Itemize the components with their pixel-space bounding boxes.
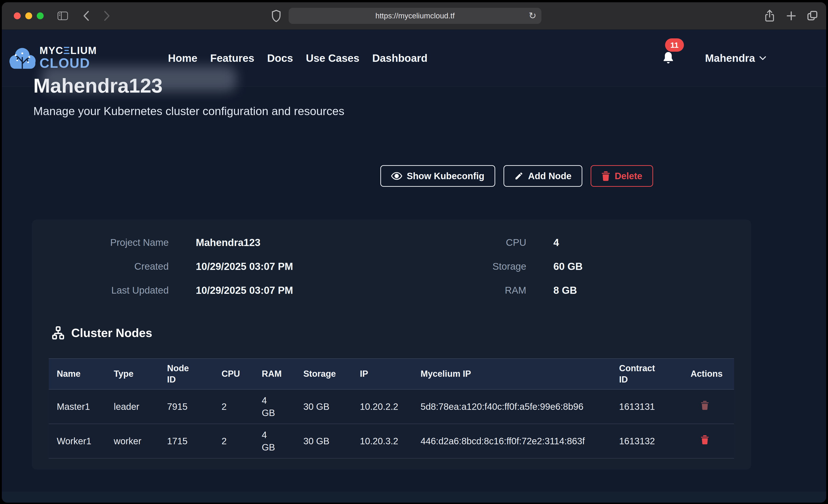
col-storage: Storage bbox=[303, 359, 360, 389]
detail-row: Last Updated 10/29/2025 03:07 PM bbox=[41, 279, 293, 302]
trash-icon bbox=[701, 435, 709, 445]
mycelium-cloud-logo-icon bbox=[9, 45, 37, 71]
cell-name: Master1 bbox=[49, 389, 114, 424]
detail-row: Storage 60 GB bbox=[457, 255, 583, 279]
col-type: Type bbox=[114, 359, 167, 389]
trash-icon bbox=[701, 401, 709, 410]
detail-value: 8 GB bbox=[553, 285, 577, 296]
detail-value: Mahendra123 bbox=[196, 237, 260, 248]
cluster-network-icon bbox=[51, 326, 65, 340]
footer-strip bbox=[2, 492, 826, 503]
cell-cpu: 2 bbox=[221, 389, 262, 424]
pencil-icon bbox=[514, 171, 524, 180]
zoom-window-button[interactable] bbox=[37, 12, 44, 19]
detail-label: Last Updated bbox=[41, 285, 169, 296]
detail-value: 60 GB bbox=[553, 261, 583, 272]
cluster-nodes-table: Name Type Node ID CPU RAM Storage IP Myc… bbox=[49, 359, 734, 459]
add-node-button[interactable]: Add Node bbox=[503, 165, 582, 187]
reload-icon[interactable]: ↻ bbox=[529, 10, 536, 21]
add-node-label: Add Node bbox=[528, 171, 572, 181]
nav-link-docs[interactable]: Docs bbox=[267, 52, 293, 64]
show-kubeconfig-label: Show Kubeconfig bbox=[407, 171, 485, 181]
cell-mycelium-ip: 5d8:78ea:a120:f40c:ff0f:a5fe:99e6:8b96 bbox=[420, 389, 619, 424]
nav-link-home[interactable]: Home bbox=[168, 52, 197, 64]
table-header-row: Name Type Node ID CPU RAM Storage IP Myc… bbox=[49, 359, 734, 389]
delete-node-button[interactable] bbox=[691, 435, 709, 445]
cell-node-id: 1715 bbox=[167, 424, 221, 458]
cluster-actions: Show Kubeconfig Add Node Delete bbox=[380, 165, 653, 187]
browser-chrome: https://myceliumcloud.tf ↻ bbox=[2, 2, 826, 30]
cell-ip: 10.20.3.2 bbox=[360, 424, 420, 458]
cell-name: Worker1 bbox=[49, 424, 114, 458]
col-cpu: CPU bbox=[221, 359, 262, 389]
cell-actions bbox=[691, 424, 734, 458]
cluster-nodes-heading: Cluster Nodes bbox=[51, 326, 152, 340]
minimize-window-button[interactable] bbox=[25, 12, 32, 19]
browser-window: https://myceliumcloud.tf ↻ bbox=[2, 2, 826, 503]
col-contract-id: Contract ID bbox=[619, 359, 691, 389]
close-window-button[interactable] bbox=[14, 12, 21, 19]
tab-overview-icon[interactable] bbox=[806, 2, 818, 30]
details-left-column: Project Name Mahendra123 Created 10/29/2… bbox=[41, 230, 293, 302]
detail-label: Project Name bbox=[41, 237, 169, 248]
chevron-down-icon bbox=[759, 56, 767, 60]
site-logo[interactable]: MYCΞLIUM CLOUD bbox=[9, 45, 97, 71]
address-bar[interactable]: https://myceliumcloud.tf ↻ bbox=[289, 8, 541, 24]
detail-label: Storage bbox=[457, 261, 526, 272]
detail-row: CPU 4 bbox=[457, 230, 583, 255]
cell-type: leader bbox=[114, 389, 167, 424]
detail-label: RAM bbox=[457, 285, 526, 296]
user-menu[interactable]: Mahendra bbox=[705, 30, 767, 86]
details-right-column: CPU 4 Storage 60 GB RAM 8 GB bbox=[457, 230, 583, 302]
cell-type: worker bbox=[114, 424, 167, 458]
cell-mycelium-ip: 446:d2a6:8bcd:8c16:ff0f:72e2:3114:863f bbox=[420, 424, 619, 458]
cell-node-id: 7915 bbox=[167, 389, 221, 424]
cell-cpu: 2 bbox=[221, 424, 262, 458]
page-title: Mahendra123 bbox=[33, 74, 162, 97]
detail-label: Created bbox=[41, 261, 169, 272]
col-name: Name bbox=[49, 359, 114, 389]
cluster-nodes-label: Cluster Nodes bbox=[71, 326, 152, 340]
cell-ip: 10.20.2.2 bbox=[360, 389, 420, 424]
sidebar-toggle-icon[interactable] bbox=[57, 2, 68, 30]
delete-label: Delete bbox=[615, 171, 642, 181]
table-row: Worker1 worker 1715 2 4 GB 30 GB 10.20.3… bbox=[49, 424, 734, 458]
col-ip: IP bbox=[360, 359, 420, 389]
cell-storage: 30 GB bbox=[303, 389, 360, 424]
nav-link-features[interactable]: Features bbox=[210, 52, 254, 64]
col-mycelium-ip: Mycelium IP bbox=[420, 359, 619, 389]
cell-contract-id: 1613132 bbox=[619, 424, 691, 458]
new-tab-icon[interactable] bbox=[786, 2, 796, 30]
delete-cluster-button[interactable]: Delete bbox=[591, 165, 653, 187]
col-actions: Actions bbox=[691, 359, 734, 389]
nav-link-use-cases[interactable]: Use Cases bbox=[306, 52, 360, 64]
col-ram: RAM bbox=[262, 359, 303, 389]
eye-icon bbox=[391, 172, 402, 180]
page-subtitle: Manage your Kubernetes cluster configura… bbox=[33, 104, 344, 118]
cell-contract-id: 1613131 bbox=[619, 389, 691, 424]
nav-link-dashboard[interactable]: Dashboard bbox=[372, 52, 427, 64]
cell-ram: 4 GB bbox=[262, 389, 303, 424]
main-content: Manage your Kubernetes cluster configura… bbox=[2, 87, 826, 503]
nav-links: Home Features Docs Use Cases Dashboard bbox=[168, 30, 427, 86]
privacy-shield-icon[interactable] bbox=[271, 2, 281, 30]
delete-node-button[interactable] bbox=[691, 401, 709, 411]
bell-icon bbox=[662, 51, 675, 65]
logo-text: MYCΞLIUM CLOUD bbox=[40, 45, 97, 70]
forward-button-icon[interactable] bbox=[104, 2, 110, 30]
show-kubeconfig-button[interactable]: Show Kubeconfig bbox=[380, 165, 495, 187]
detail-label: CPU bbox=[457, 237, 526, 248]
notification-badge: 11 bbox=[665, 38, 684, 52]
trash-icon bbox=[602, 171, 610, 181]
share-icon[interactable] bbox=[764, 2, 775, 30]
table-row: Master1 leader 7915 2 4 GB 30 GB 10.20.2… bbox=[49, 389, 734, 424]
url-text: https://myceliumcloud.tf bbox=[375, 11, 455, 20]
detail-row: Project Name Mahendra123 bbox=[41, 230, 293, 255]
detail-value: 10/29/2025 03:07 PM bbox=[196, 285, 293, 296]
cell-storage: 30 GB bbox=[303, 424, 360, 458]
col-node-id: Node ID bbox=[167, 359, 221, 389]
detail-value: 4 bbox=[553, 237, 559, 248]
back-button-icon[interactable] bbox=[83, 2, 90, 30]
notifications-button[interactable]: 11 bbox=[662, 30, 675, 86]
cluster-details-panel: Project Name Mahendra123 Created 10/29/2… bbox=[32, 220, 751, 469]
